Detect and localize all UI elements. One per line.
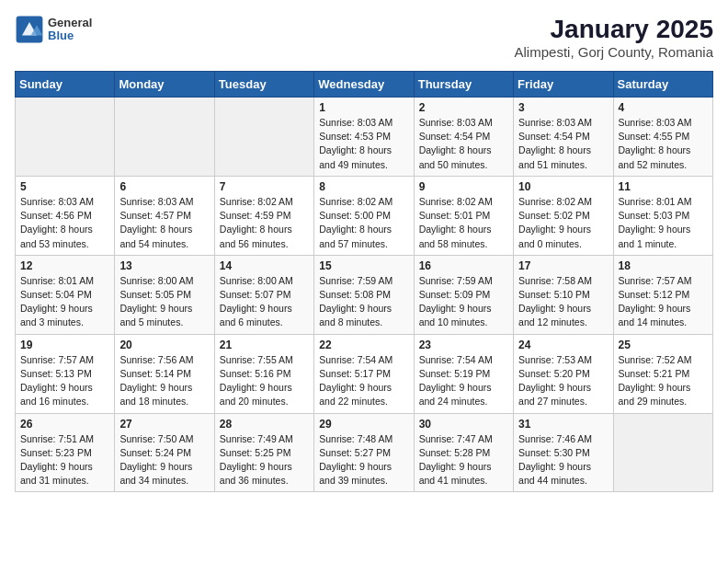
day-info: Sunrise: 7:58 AM Sunset: 5:10 PM Dayligh…	[518, 274, 608, 330]
calendar-day-cell: 15Sunrise: 7:59 AM Sunset: 5:08 PM Dayli…	[314, 255, 414, 334]
weekday-header: Friday	[514, 72, 613, 98]
calendar-day-cell: 12Sunrise: 8:01 AM Sunset: 5:04 PM Dayli…	[16, 255, 115, 334]
day-number: 27	[119, 418, 209, 431]
calendar-day-cell: 8Sunrise: 8:02 AM Sunset: 5:00 PM Daylig…	[314, 176, 414, 255]
day-number: 24	[518, 339, 608, 351]
calendar-day-cell: 2Sunrise: 8:03 AM Sunset: 4:54 PM Daylig…	[414, 98, 513, 177]
calendar-subtitle: Alimpesti, Gorj County, Romania	[515, 44, 713, 60]
weekday-header: Saturday	[613, 72, 712, 98]
weekday-header: Wednesday	[314, 72, 414, 98]
weekday-header: Monday	[115, 72, 214, 98]
day-number: 12	[20, 259, 109, 272]
weekday-header: Tuesday	[214, 72, 313, 98]
calendar-day-cell	[115, 98, 214, 177]
day-info: Sunrise: 8:02 AM Sunset: 5:02 PM Dayligh…	[518, 195, 608, 251]
day-info: Sunrise: 7:55 AM Sunset: 5:16 PM Dayligh…	[220, 353, 309, 409]
logo-line1: General	[48, 17, 92, 29]
calendar-day-cell	[16, 98, 115, 177]
calendar-table: SundayMondayTuesdayWednesdayThursdayFrid…	[15, 71, 713, 492]
logo: General Blue	[15, 15, 92, 44]
day-number: 30	[419, 418, 508, 431]
day-number: 9	[419, 180, 508, 193]
calendar-day-cell: 30Sunrise: 7:47 AM Sunset: 5:28 PM Dayli…	[414, 413, 513, 492]
day-number: 26	[20, 418, 109, 431]
day-info: Sunrise: 8:02 AM Sunset: 5:00 PM Dayligh…	[319, 195, 408, 251]
day-number: 16	[419, 259, 508, 272]
calendar-day-cell: 27Sunrise: 7:50 AM Sunset: 5:24 PM Dayli…	[115, 413, 214, 492]
calendar-week-row: 19Sunrise: 7:57 AM Sunset: 5:13 PM Dayli…	[16, 334, 713, 413]
day-number: 17	[518, 259, 608, 272]
calendar-day-cell: 4Sunrise: 8:03 AM Sunset: 4:55 PM Daylig…	[613, 98, 712, 177]
calendar-day-cell	[214, 98, 313, 177]
calendar-day-cell: 19Sunrise: 7:57 AM Sunset: 5:13 PM Dayli…	[16, 334, 115, 413]
day-info: Sunrise: 8:03 AM Sunset: 4:54 PM Dayligh…	[518, 116, 608, 172]
day-info: Sunrise: 8:01 AM Sunset: 5:04 PM Dayligh…	[20, 274, 109, 330]
day-number: 4	[619, 101, 708, 114]
calendar-day-cell: 25Sunrise: 7:52 AM Sunset: 5:21 PM Dayli…	[613, 334, 712, 413]
day-info: Sunrise: 7:52 AM Sunset: 5:21 PM Dayligh…	[619, 353, 708, 409]
day-number: 2	[419, 101, 508, 114]
calendar-week-row: 12Sunrise: 8:01 AM Sunset: 5:04 PM Dayli…	[16, 255, 713, 334]
calendar-day-cell: 22Sunrise: 7:54 AM Sunset: 5:17 PM Dayli…	[314, 334, 414, 413]
day-info: Sunrise: 7:56 AM Sunset: 5:14 PM Dayligh…	[119, 353, 209, 409]
day-info: Sunrise: 7:48 AM Sunset: 5:27 PM Dayligh…	[319, 432, 408, 488]
day-info: Sunrise: 7:54 AM Sunset: 5:19 PM Dayligh…	[419, 353, 508, 409]
calendar-day-cell: 10Sunrise: 8:02 AM Sunset: 5:02 PM Dayli…	[514, 176, 613, 255]
calendar-day-cell: 31Sunrise: 7:46 AM Sunset: 5:30 PM Dayli…	[514, 413, 613, 492]
calendar-day-cell: 5Sunrise: 8:03 AM Sunset: 4:56 PM Daylig…	[16, 176, 115, 255]
calendar-day-cell: 21Sunrise: 7:55 AM Sunset: 5:16 PM Dayli…	[214, 334, 313, 413]
day-info: Sunrise: 7:50 AM Sunset: 5:24 PM Dayligh…	[119, 432, 209, 488]
day-number: 21	[220, 339, 309, 351]
day-info: Sunrise: 8:00 AM Sunset: 5:07 PM Dayligh…	[220, 274, 309, 330]
day-info: Sunrise: 7:46 AM Sunset: 5:30 PM Dayligh…	[518, 432, 608, 488]
calendar-day-cell	[613, 413, 712, 492]
title-block: January 2025 Alimpesti, Gorj County, Rom…	[515, 15, 713, 60]
calendar-title: January 2025	[515, 15, 713, 44]
calendar-day-cell: 16Sunrise: 7:59 AM Sunset: 5:09 PM Dayli…	[414, 255, 513, 334]
logo-text: General Blue	[48, 17, 92, 43]
day-number: 20	[119, 339, 209, 351]
calendar-day-cell: 9Sunrise: 8:02 AM Sunset: 5:01 PM Daylig…	[414, 176, 513, 255]
day-number: 22	[319, 339, 408, 351]
day-number: 7	[220, 180, 309, 193]
calendar-week-row: 26Sunrise: 7:51 AM Sunset: 5:23 PM Dayli…	[16, 413, 713, 492]
day-info: Sunrise: 7:59 AM Sunset: 5:09 PM Dayligh…	[419, 274, 508, 330]
calendar-day-cell: 7Sunrise: 8:02 AM Sunset: 4:59 PM Daylig…	[214, 176, 313, 255]
logo-line2: Blue	[48, 29, 92, 42]
calendar-day-cell: 11Sunrise: 8:01 AM Sunset: 5:03 PM Dayli…	[613, 176, 712, 255]
calendar-day-cell: 13Sunrise: 8:00 AM Sunset: 5:05 PM Dayli…	[115, 255, 214, 334]
day-info: Sunrise: 8:02 AM Sunset: 4:59 PM Dayligh…	[220, 195, 309, 251]
day-info: Sunrise: 8:03 AM Sunset: 4:54 PM Dayligh…	[419, 116, 508, 172]
day-info: Sunrise: 8:03 AM Sunset: 4:56 PM Dayligh…	[20, 195, 109, 251]
day-number: 19	[20, 339, 109, 351]
calendar-day-cell: 3Sunrise: 8:03 AM Sunset: 4:54 PM Daylig…	[514, 98, 613, 177]
day-number: 3	[518, 101, 608, 114]
day-info: Sunrise: 7:49 AM Sunset: 5:25 PM Dayligh…	[220, 432, 309, 488]
day-number: 23	[419, 339, 508, 351]
calendar-day-cell: 18Sunrise: 7:57 AM Sunset: 5:12 PM Dayli…	[613, 255, 712, 334]
day-number: 11	[619, 180, 708, 193]
calendar-day-cell: 29Sunrise: 7:48 AM Sunset: 5:27 PM Dayli…	[314, 413, 414, 492]
weekday-header: Thursday	[414, 72, 513, 98]
calendar-day-cell: 20Sunrise: 7:56 AM Sunset: 5:14 PM Dayli…	[115, 334, 214, 413]
day-info: Sunrise: 8:02 AM Sunset: 5:01 PM Dayligh…	[419, 195, 508, 251]
day-number: 29	[319, 418, 408, 431]
calendar-day-cell: 1Sunrise: 8:03 AM Sunset: 4:53 PM Daylig…	[314, 98, 414, 177]
day-info: Sunrise: 8:03 AM Sunset: 4:57 PM Dayligh…	[119, 195, 209, 251]
calendar-day-cell: 28Sunrise: 7:49 AM Sunset: 5:25 PM Dayli…	[214, 413, 313, 492]
day-number: 1	[319, 101, 408, 114]
calendar-header-row: SundayMondayTuesdayWednesdayThursdayFrid…	[16, 72, 713, 98]
day-info: Sunrise: 7:59 AM Sunset: 5:08 PM Dayligh…	[319, 274, 408, 330]
day-number: 14	[220, 259, 309, 272]
calendar-week-row: 5Sunrise: 8:03 AM Sunset: 4:56 PM Daylig…	[16, 176, 713, 255]
day-info: Sunrise: 7:54 AM Sunset: 5:17 PM Dayligh…	[319, 353, 408, 409]
day-info: Sunrise: 8:00 AM Sunset: 5:05 PM Dayligh…	[119, 274, 209, 330]
calendar-day-cell: 24Sunrise: 7:53 AM Sunset: 5:20 PM Dayli…	[514, 334, 613, 413]
calendar-day-cell: 6Sunrise: 8:03 AM Sunset: 4:57 PM Daylig…	[115, 176, 214, 255]
day-number: 15	[319, 259, 408, 272]
day-number: 31	[518, 418, 608, 431]
day-number: 28	[220, 418, 309, 431]
day-info: Sunrise: 7:57 AM Sunset: 5:13 PM Dayligh…	[20, 353, 109, 409]
day-number: 5	[20, 180, 109, 193]
day-info: Sunrise: 7:53 AM Sunset: 5:20 PM Dayligh…	[518, 353, 608, 409]
